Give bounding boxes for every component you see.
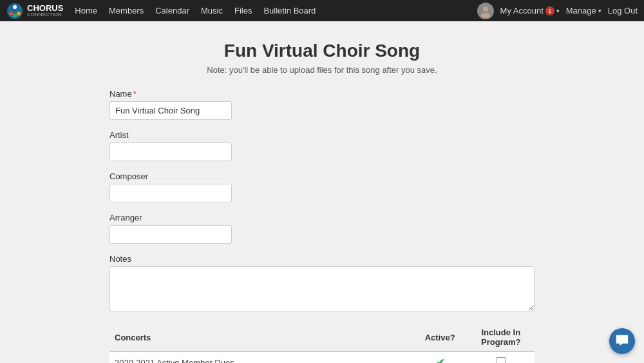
chat-icon [615,334,629,348]
notes-label: Notes [109,254,535,264]
include-checkbox[interactable] [497,357,506,363]
svg-point-3 [17,12,21,15]
table-row: 2020-2021 Active Member Dues✔ [109,351,535,363]
svg-point-6 [481,13,490,18]
page-title: Fun Virtual Choir Song [109,41,535,61]
artist-input[interactable] [109,142,232,161]
name-input[interactable] [109,101,232,120]
nav-right: My Account 1 ▾ Manage ▾ Log Out [477,3,638,19]
arranger-label: Arranger [109,213,535,222]
active-checkmark: ✔ [436,357,444,363]
col-active: Active? [413,324,468,351]
account-badge: 1 [545,6,554,15]
account-chevron: ▾ [556,8,560,14]
navbar: CHORUS CONNECTION Home Members Calendar … [0,0,644,21]
name-group: Name* [109,89,535,120]
required-star: * [133,89,137,99]
composer-label: Composer [109,172,535,181]
artist-group: Artist [109,130,535,161]
nav-music[interactable]: Music [201,6,223,15]
page-subtitle: Note: you'll be able to upload files for… [109,65,535,75]
artist-label: Artist [109,130,535,140]
my-account-button[interactable]: My Account 1 ▾ [500,6,560,15]
logout-button[interactable]: Log Out [608,6,638,15]
concerts-table: Concerts Active? Include InProgram? 2020… [109,324,535,363]
composer-group: Composer [109,172,535,202]
svg-point-2 [9,12,13,15]
manage-chevron: ▾ [598,8,601,14]
nav-home[interactable]: Home [75,6,97,15]
nav-calendar[interactable]: Calendar [155,6,189,15]
main-content: Fun Virtual Choir Song Note: you'll be a… [97,21,547,363]
svg-point-4 [13,14,17,17]
avatar [477,3,494,19]
notes-group: Notes [109,254,535,313]
manage-button[interactable]: Manage ▾ [566,6,601,15]
concert-include[interactable] [468,351,535,363]
arranger-input[interactable] [109,225,232,244]
svg-point-5 [483,6,488,12]
nav-files[interactable]: Files [234,6,252,15]
brand-subname: CONNECTION [27,12,63,17]
concert-active: ✔ [413,351,468,363]
arranger-group: Arranger [109,213,535,244]
composer-input[interactable] [109,184,232,202]
nav-members[interactable]: Members [109,6,144,15]
chat-button[interactable] [609,328,635,354]
logo-icon [6,3,23,19]
notes-textarea[interactable] [109,266,535,311]
col-concerts: Concerts [109,324,413,351]
concert-name: 2020-2021 Active Member Dues [109,351,413,363]
nav-bulletin-board[interactable]: Bulletin Board [263,6,316,15]
avatar-icon [478,4,493,18]
name-label: Name* [109,89,535,99]
svg-point-1 [13,5,17,9]
nav-links: Home Members Calendar Music Files Bullet… [75,6,477,15]
col-include: Include InProgram? [468,324,535,351]
brand-logo[interactable]: CHORUS CONNECTION [6,3,63,19]
